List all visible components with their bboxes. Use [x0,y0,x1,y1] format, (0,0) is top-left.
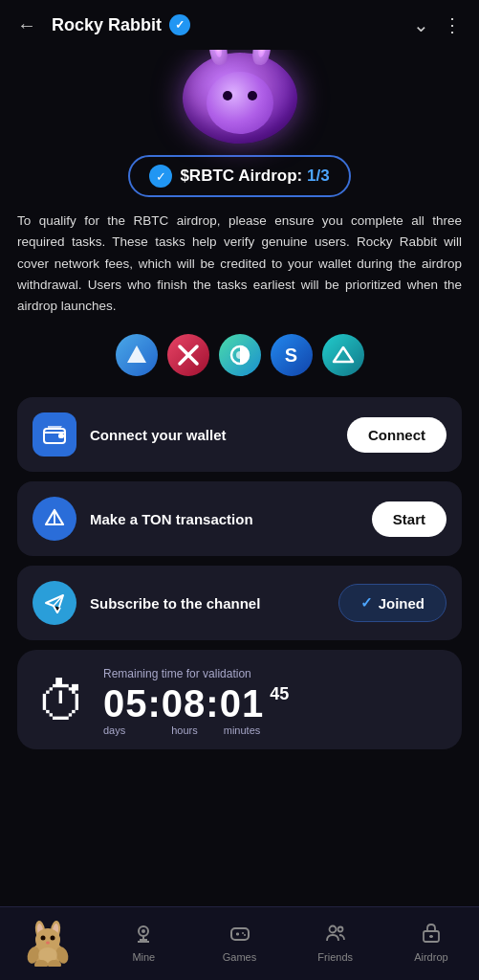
avatar-container [178,50,302,145]
mascot-svg [24,917,72,967]
timer-sep1: : [148,682,162,724]
partner-3-icon [228,343,252,368]
svg-point-34 [329,925,336,932]
partner-logo-2 [167,334,209,376]
task-title-ton: Make a TON transaction [90,510,253,529]
task-left-subscribe: Subscribe to the channel [33,581,260,625]
header: ← Rocky Rabbit ✓ ⌄ ⋮ [0,0,479,50]
description-text: To qualify for the RBTC airdrop, please … [17,211,462,317]
telegram-svg [41,590,68,616]
svg-point-33 [244,934,246,936]
games-label: Games [223,951,256,963]
svg-rect-6 [58,434,64,438]
ton-icon [33,497,76,541]
svg-point-18 [46,942,50,945]
task-title-connect: Connect your wallet [90,426,227,445]
page-title: Rocky Rabbit [52,15,162,35]
start-button[interactable]: Start [372,501,446,537]
rabbit-eye-left [223,91,232,100]
timer-numbers: 05:08:01 [103,684,264,723]
timer-seconds: 45 [270,684,289,704]
more-options-icon[interactable]: ⋮ [443,13,462,36]
bottom-spacer [17,757,462,834]
partner-2-icon [176,343,201,368]
rabbit-eyes [207,72,273,100]
nav-item-mine[interactable]: Mine [96,918,191,967]
main-content: ✓ $RBTC Airdrop: 1/3 To qualify for the … [0,50,479,843]
timer-section: ⏱ Remaining time for validation 05:08:01… [17,650,462,749]
partner-logo-1 [116,334,158,376]
airdrop-badge: ✓ $RBTC Airdrop: 1/3 [128,155,350,197]
mascot-avatar [23,917,73,967]
back-button[interactable]: ← [17,14,36,36]
rabbit-eye-right [248,91,257,100]
telegram-icon [33,581,76,625]
badge-label: $RBTC Airdrop: 1/3 [180,167,329,186]
airdrop-label: Airdrop [414,951,447,963]
connect-button[interactable]: Connect [347,417,446,453]
rabbit-face [207,72,273,134]
joined-check-icon: ✓ [360,594,373,612]
task-left-connect: Connect your wallet [33,412,227,457]
unit-days: days [103,724,156,736]
badge-label-text: $RBTC Airdrop: [180,167,302,185]
partner-logo-5 [322,334,364,376]
timer-sep2: : [206,682,219,724]
timer-minutes: 01 [220,682,265,724]
airdrop-icon [420,922,443,948]
task-card-connect-wallet: Connect your wallet Connect [17,397,462,472]
badge-count: 1/3 [307,167,330,185]
svg-rect-29 [231,928,249,940]
games-icon [229,922,251,948]
svg-point-16 [41,936,46,941]
header-right: ⌄ ⋮ [413,13,462,36]
joined-button[interactable]: ✓ Joined [338,584,446,622]
friends-label: Friends [317,951,353,963]
badge-check-icon: ✓ [149,165,172,188]
task-left-ton: Make a TON transaction [33,497,253,541]
mine-label: Mine [132,951,155,963]
nav-item-airdrop[interactable]: Airdrop [383,918,479,967]
partner-1-icon [123,342,150,368]
ton-svg [41,505,68,532]
avatar-bubble [183,53,297,144]
svg-point-3 [236,351,244,359]
header-left: ← Rocky Rabbit ✓ [17,14,190,36]
timer-clock-icon: ⏱ [36,676,88,727]
svg-point-35 [337,926,342,931]
svg-point-25 [142,929,145,933]
wallet-svg [41,421,68,448]
svg-point-32 [242,932,244,934]
timer-units: days hours minutes [103,724,443,736]
task-card-ton: Make a TON transaction Start [17,481,462,556]
mine-icon [132,922,155,948]
avatar-area [17,50,462,145]
nav-item-games[interactable]: Games [191,918,287,967]
partner-logo-3 [219,334,261,376]
nav-item-mascot[interactable] [0,913,96,970]
svg-marker-4 [334,347,353,362]
task-card-subscribe: Subscribe to the channel ✓ Joined [17,566,462,640]
partner-5-icon [331,343,356,368]
joined-label: Joined [379,595,425,612]
timer-days: 05 [103,682,148,724]
unit-minutes: minutes [213,724,271,736]
header-title-area: Rocky Rabbit ✓ [52,14,190,35]
chevron-down-icon[interactable]: ⌄ [413,13,429,36]
wallet-icon [33,412,76,457]
svg-point-17 [51,936,55,941]
timer-right: Remaining time for validation 05:08:01 4… [103,667,443,736]
partner-logo-4: S [271,334,313,376]
partner-4-symbol: S [285,345,297,367]
unit-hours: hours [156,724,213,736]
timer-display: 05:08:01 45 [103,684,443,723]
bottom-nav: Mine Games Friends [0,906,479,980]
timer-label: Remaining time for validation [103,667,443,680]
verified-badge: ✓ [169,14,190,35]
task-title-subscribe: Subscribe to the channel [90,594,260,613]
nav-item-friends[interactable]: Friends [288,918,383,967]
partners-row: S [17,334,462,376]
friends-icon [324,922,347,948]
timer-hours: 08 [162,682,207,724]
